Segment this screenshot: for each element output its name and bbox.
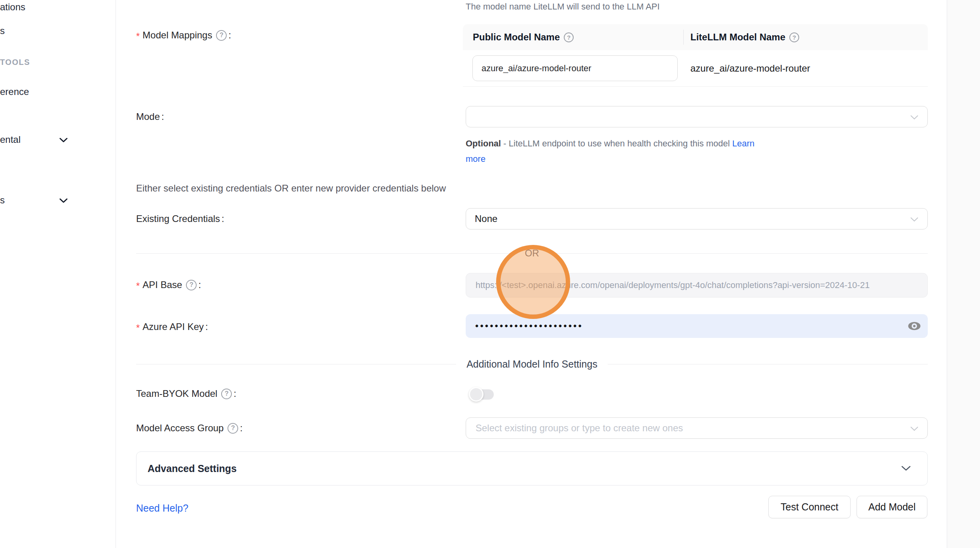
required-asterisk: *: [136, 320, 140, 334]
question-circle-icon[interactable]: ?: [564, 32, 574, 42]
label-colon: :: [240, 423, 243, 434]
model-mappings-table: Public Model Name ? LiteLLM Model Name ?…: [463, 24, 928, 87]
chevron-down-icon: [59, 134, 68, 145]
litellm-model-name-header: LiteLLM Model Name ?: [690, 32, 799, 43]
sidebar: ations s TOOLS erence ental s: [0, 0, 116, 548]
mode-helper-text: - LiteLLM endpoint to use when health ch…: [503, 138, 730, 148]
sidebar-item-label: s: [0, 25, 5, 36]
sidebar-item-label: ental: [0, 134, 21, 145]
model-name-helper: The model name LiteLLM will send to the …: [466, 0, 660, 13]
question-circle-icon[interactable]: ?: [227, 423, 238, 434]
advanced-settings-panel[interactable]: Advanced Settings: [136, 451, 928, 485]
table-header-row: Public Model Name ? LiteLLM Model Name ?: [463, 24, 928, 50]
api-base-input[interactable]: https://<test>.openai.azure.com/openai/d…: [466, 273, 928, 298]
model-mappings-label: Model Mappings: [142, 30, 212, 41]
page-gutter: [947, 0, 980, 548]
chevron-down-icon: [59, 195, 68, 206]
toggle-knob: [469, 387, 483, 402]
model-access-group-label-row: Model Access Group ? :: [136, 421, 243, 435]
label-colon: :: [228, 30, 231, 41]
model-access-group-select[interactable]: [466, 417, 928, 439]
or-divider: OR: [136, 248, 928, 258]
api-base-label-row: * API Base ? :: [136, 278, 201, 292]
divider-line: [136, 364, 456, 364]
eye-icon[interactable]: [907, 320, 921, 332]
additional-settings-divider: Additional Model Info Settings: [136, 359, 928, 369]
question-circle-icon[interactable]: ?: [221, 389, 232, 399]
add-model-button[interactable]: Add Model: [857, 496, 927, 518]
question-circle-icon[interactable]: ?: [216, 30, 227, 41]
sidebar-item-settings[interactable]: s: [0, 193, 5, 207]
question-circle-icon[interactable]: ?: [186, 280, 197, 290]
api-base-label: API Base: [142, 279, 182, 290]
team-byok-toggle[interactable]: [470, 389, 494, 400]
azure-api-key-label: Azure API Key: [142, 321, 204, 332]
label-colon: :: [222, 213, 224, 224]
credentials-note: Either select existing credentials OR en…: [136, 182, 446, 195]
table-row: azure_ai/azure-model-router: [463, 50, 928, 87]
sidebar-item-label: ations: [0, 2, 25, 13]
azure-api-key-label-row: * Azure API Key :: [136, 320, 208, 334]
team-byok-label: Team-BYOK Model: [136, 388, 217, 399]
existing-credentials-value: None: [475, 213, 497, 224]
divider-line: [136, 253, 515, 254]
divider-line: [608, 364, 928, 364]
additional-settings-divider-text: Additional Model Info Settings: [456, 358, 608, 370]
sidebar-item-experimental[interactable]: ental: [0, 133, 21, 146]
sidebar-item-organizations[interactable]: ations: [0, 0, 25, 14]
mode-select[interactable]: [466, 106, 928, 127]
label-colon: :: [205, 321, 208, 332]
divider-line: [550, 253, 928, 254]
existing-credentials-label: Existing Credentials: [136, 213, 220, 224]
sidebar-item-1[interactable]: s: [0, 24, 5, 38]
required-asterisk: *: [136, 29, 140, 42]
optional-label: Optional: [466, 138, 501, 148]
sidebar-item-label: erence: [0, 86, 29, 97]
mode-label: Mode: [136, 111, 160, 122]
team-byok-label-row: Team-BYOK Model ? :: [136, 387, 236, 400]
public-model-name-input[interactable]: [472, 55, 678, 81]
label-colon: :: [233, 388, 236, 399]
advanced-settings-title: Advanced Settings: [148, 463, 237, 474]
question-circle-icon[interactable]: ?: [789, 32, 799, 42]
mode-helper-line1: Optional - LiteLLM endpoint to use when …: [466, 138, 754, 150]
model-access-group-label: Model Access Group: [136, 423, 224, 434]
model-access-group-input[interactable]: [475, 422, 904, 434]
need-help-link[interactable]: Need Help?: [136, 501, 188, 515]
existing-credentials-label-row: Existing Credentials :: [136, 212, 224, 226]
mode-helper-line2: more: [466, 153, 485, 165]
sidebar-item-label: s: [0, 195, 5, 206]
label-colon: :: [198, 279, 201, 290]
azure-api-key-input[interactable]: ••••••••••••••••••••••: [466, 314, 928, 338]
chevron-down-icon: [910, 111, 919, 122]
sidebar-section-tools: TOOLS: [0, 58, 30, 67]
existing-credentials-select[interactable]: None: [466, 208, 928, 229]
required-asterisk: *: [136, 279, 140, 292]
litellm-model-name-value: azure_ai/azure-model-router: [690, 63, 810, 74]
api-base-value: https://<test>.openai.azure.com/openai/d…: [476, 280, 870, 290]
sidebar-item-reference[interactable]: erence: [0, 85, 29, 99]
test-connect-button[interactable]: Test Connect: [768, 496, 851, 518]
or-divider-text: OR: [515, 248, 550, 259]
column-divider: [683, 30, 684, 45]
public-model-name-header: Public Model Name ?: [463, 32, 690, 43]
add-model-form: The model name LiteLLM will send to the …: [116, 0, 947, 548]
learn-more-link[interactable]: Learn: [732, 138, 754, 148]
chevron-down-icon: [910, 423, 919, 434]
add-model-page: ations s TOOLS erence ental s The model …: [0, 0, 980, 548]
chevron-down-icon: [901, 466, 911, 471]
masked-api-key: ••••••••••••••••••••••: [475, 321, 583, 331]
chevron-down-icon: [910, 213, 919, 224]
learn-more-link[interactable]: more: [466, 154, 485, 164]
label-colon: :: [161, 111, 164, 122]
mode-label-row: Mode :: [136, 110, 164, 123]
model-mappings-label-row: * Model Mappings ? :: [136, 28, 231, 42]
